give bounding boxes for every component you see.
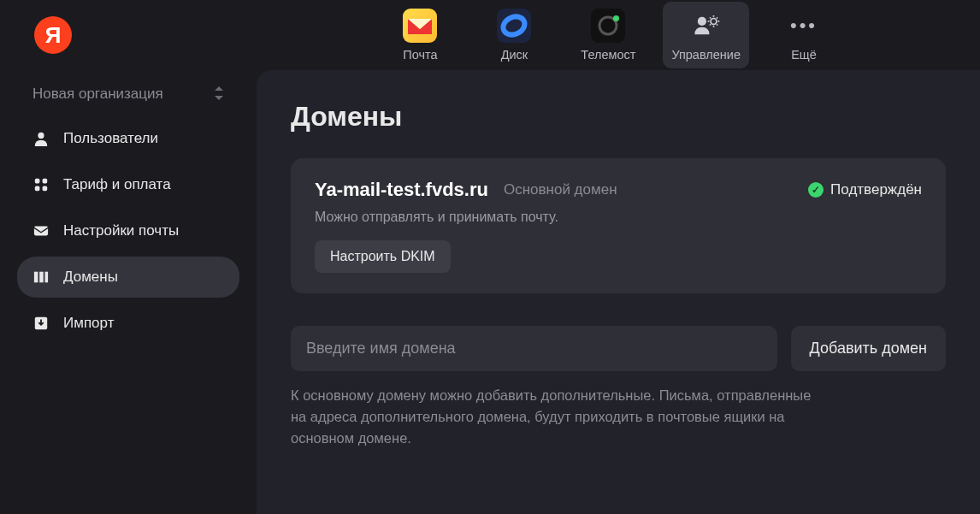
- logo-letter: Я: [45, 22, 62, 49]
- sidebar-item-label: Тариф и оплата: [63, 176, 171, 193]
- nav-more[interactable]: ••• Ещё: [765, 2, 843, 68]
- add-domain-row: Добавить домен: [291, 326, 946, 371]
- admin-icon: [689, 9, 723, 43]
- main-panel: Домены Ya-mail-test.fvds.ru Основной дом…: [257, 70, 980, 514]
- user-icon: [32, 130, 50, 147]
- sidebar-item-label: Настройки почты: [63, 222, 179, 239]
- nav-mail-label: Почта: [403, 48, 437, 62]
- svg-rect-10: [34, 272, 38, 283]
- more-icon: •••: [787, 9, 821, 43]
- nav-apps: Почта Диск Телемост Управление ••• Ещё: [381, 2, 843, 68]
- svg-rect-9: [34, 227, 48, 236]
- domains-icon: [32, 269, 50, 286]
- mail-icon: [403, 9, 437, 43]
- svg-point-3: [711, 19, 717, 25]
- svg-rect-5: [35, 179, 40, 184]
- nav-telemost[interactable]: Телемост: [569, 2, 647, 68]
- nav-more-label: Ещё: [791, 48, 817, 62]
- top-nav: Я Почта Диск Телемост Управление: [0, 0, 980, 70]
- domain-head: Ya-mail-test.fvds.ru Основной домен Подт…: [315, 179, 922, 201]
- sidebar-item-mail-settings[interactable]: Настройки почты: [17, 210, 239, 251]
- envelope-icon: [32, 222, 50, 239]
- add-domain-button[interactable]: Добавить домен: [791, 326, 946, 371]
- org-selector[interactable]: Новая организация: [17, 79, 239, 118]
- sidebar-item-label: Импорт: [63, 315, 114, 332]
- domain-primary-badge: Основной домен: [504, 181, 617, 198]
- domain-status: Подтверждён: [808, 181, 922, 198]
- grid-icon: [32, 176, 50, 193]
- domain-description: Можно отправлять и принимать почту.: [315, 210, 922, 225]
- nav-telemost-label: Телемост: [581, 48, 635, 62]
- nav-admin-label: Управление: [671, 48, 741, 62]
- disk-icon: [497, 9, 531, 43]
- domain-card: Ya-mail-test.fvds.ru Основной домен Подт…: [291, 158, 946, 293]
- svg-point-1: [599, 17, 617, 34]
- svg-point-0: [500, 13, 528, 38]
- check-icon: [808, 182, 824, 198]
- nav-disk[interactable]: Диск: [475, 2, 553, 68]
- svg-rect-7: [35, 186, 40, 192]
- telemost-icon: [591, 9, 625, 43]
- sidebar-item-tariff[interactable]: Тариф и оплата: [17, 164, 239, 205]
- layout: Новая организация Пользователи Тариф и о…: [0, 70, 980, 514]
- sidebar-item-label: Домены: [63, 269, 118, 286]
- svg-rect-12: [45, 272, 49, 283]
- svg-rect-6: [43, 179, 48, 184]
- svg-rect-11: [39, 272, 44, 283]
- import-icon: [32, 315, 50, 332]
- org-selector-label: Новая организация: [32, 86, 163, 103]
- svg-rect-8: [43, 186, 48, 192]
- sidebar-item-domains[interactable]: Домены: [17, 257, 239, 298]
- sidebar-item-import[interactable]: Импорт: [17, 303, 239, 344]
- configure-dkim-button[interactable]: Настроить DKIM: [315, 240, 451, 273]
- svg-point-2: [697, 17, 705, 26]
- sort-icon: [214, 86, 224, 103]
- page-title: Домены: [291, 101, 946, 133]
- nav-mail[interactable]: Почта: [381, 2, 459, 68]
- svg-point-4: [38, 133, 44, 139]
- domain-name: Ya-mail-test.fvds.ru: [315, 179, 488, 201]
- domain-status-label: Подтверждён: [830, 181, 922, 198]
- nav-admin[interactable]: Управление: [663, 2, 749, 68]
- add-domain-hint: К основному домену можно добавить дополн…: [291, 385, 821, 448]
- sidebar-item-label: Пользователи: [63, 130, 158, 147]
- nav-disk-label: Диск: [501, 48, 528, 62]
- domain-name-input[interactable]: [291, 326, 777, 371]
- yandex-logo[interactable]: Я: [34, 16, 72, 54]
- sidebar: Новая организация Пользователи Тариф и о…: [0, 70, 257, 514]
- sidebar-item-users[interactable]: Пользователи: [17, 118, 239, 159]
